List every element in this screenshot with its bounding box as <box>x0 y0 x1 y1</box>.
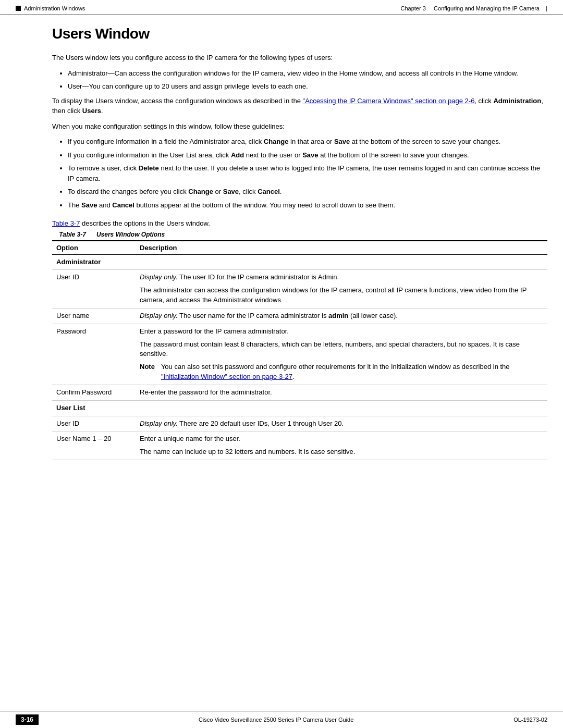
intro-paragraph: The Users window lets you configure acce… <box>52 53 547 63</box>
header-left: Administration Windows <box>16 5 85 11</box>
g4-text: To discard the changes before you click … <box>68 188 282 195</box>
access-period: . <box>101 107 103 115</box>
section-header-admin: Administrator <box>52 254 547 270</box>
content-wrapper: Users Window The Users window lets you c… <box>0 15 563 471</box>
g3-text: To remove a user, click Delete next to t… <box>68 164 540 182</box>
table-label: Table 3-7 Users Window Options <box>52 231 547 238</box>
page-header: Administration Windows Chapter 3 Configu… <box>0 0 563 15</box>
access-bold-2: Users <box>82 107 101 115</box>
bullet-list: Administrator—Can access the configurati… <box>68 68 547 92</box>
desc-para: The administrator can access the configu… <box>140 286 543 305</box>
section-title-userlist: User List <box>52 400 547 416</box>
table-ref-link[interactable]: Table 3-7 <box>52 219 80 227</box>
header-square-icon <box>16 6 21 11</box>
table-header-row: Option Description <box>52 241 547 255</box>
access-comma: , click <box>474 97 493 105</box>
desc-para: Enter a password for the IP camera admin… <box>140 327 543 337</box>
header-left-label: Administration Windows <box>24 5 85 11</box>
desc-cell: Enter a unique name for the user. The na… <box>136 431 547 460</box>
g1-text: If you configure information in a field … <box>68 138 500 145</box>
access-bold-1: Administration <box>493 97 541 105</box>
desc-para: The name can include up to 32 letters an… <box>140 447 543 457</box>
note-box: Note You can also set this password and … <box>140 362 543 382</box>
section-header-userlist: User List <box>52 400 547 416</box>
header-chapter-title: Configuring and Managing the IP Camera <box>434 5 540 11</box>
access-link[interactable]: "Accessing the IP Camera Windows" sectio… <box>303 97 475 105</box>
g5-text: The Save and Cancel buttons appear at th… <box>68 201 395 209</box>
desc-para: Display only. There are 20 default user … <box>140 419 543 429</box>
guidelines-intro: When you make configuration settings in … <box>52 121 547 132</box>
main-content: Users Window The Users window lets you c… <box>47 15 547 471</box>
desc-para: Re-enter the password for the administra… <box>140 388 543 398</box>
note-label: Note <box>140 362 155 382</box>
footer-page-number: 3-16 <box>16 714 39 725</box>
option-cell: Password <box>52 324 136 385</box>
desc-cell: Enter a password for the IP camera admin… <box>136 324 547 385</box>
desc-para: Display only. The user ID for the IP cam… <box>140 273 543 282</box>
option-cell: Confirm Password <box>52 385 136 400</box>
note-text: You can also set this password and confi… <box>161 362 543 382</box>
access-text-before: To display the Users window, access the … <box>52 97 303 105</box>
footer-right-text: OL-19273-02 <box>513 717 547 723</box>
footer-center-text: Cisco Video Surveillance 2500 Series IP … <box>199 717 353 723</box>
table-label-title: Users Window Options <box>96 231 165 238</box>
table-row: User ID Display only. There are 20 defau… <box>52 416 547 431</box>
option-cell: User Name 1 – 20 <box>52 431 136 460</box>
list-item: The Save and Cancel buttons appear at th… <box>68 200 547 211</box>
table-row: Confirm Password Re-enter the password f… <box>52 385 547 400</box>
desc-para: Enter a unique name for the user. <box>140 434 543 444</box>
option-cell: User ID <box>52 270 136 309</box>
option-cell: User name <box>52 308 136 324</box>
table-ref-suffix: describes the options in the Users windo… <box>80 219 210 227</box>
guidelines-list: If you configure information in a field … <box>68 137 547 210</box>
table-row: User ID Display only. The user ID for th… <box>52 270 547 309</box>
table-label-prefix: Table 3-7 <box>59 231 86 238</box>
header-right: Chapter 3 Configuring and Managing the I… <box>401 5 548 11</box>
table-row: Password Enter a password for the IP cam… <box>52 324 547 385</box>
table-row: User name Display only. The user name fo… <box>52 308 547 324</box>
desc-para: The password must contain least 8 charac… <box>140 340 543 360</box>
desc-para: Display only. The user name for the IP c… <box>140 311 543 321</box>
list-item: User—You can configure up to 20 users an… <box>68 81 547 92</box>
table-row: User Name 1 – 20 Enter a unique name for… <box>52 431 547 460</box>
page-footer: 3-16 Cisco Video Surveillance 2500 Serie… <box>0 711 563 728</box>
desc-cell: Display only. The user ID for the IP cam… <box>136 270 547 309</box>
desc-cell: Display only. There are 20 default user … <box>136 416 547 431</box>
note-link[interactable]: "Initialization Window" section on page … <box>161 373 292 380</box>
options-table: Option Description Administrator User ID… <box>52 240 547 461</box>
access-paragraph: To display the Users window, access the … <box>52 96 547 116</box>
desc-cell: Display only. The user name for the IP c… <box>136 308 547 324</box>
list-item: If you configure information in a field … <box>68 137 547 147</box>
col-header-description: Description <box>136 241 547 255</box>
table-caption: Table 3-7 describes the options in the U… <box>52 218 547 229</box>
g2-text: If you configure information in the User… <box>68 151 469 159</box>
list-item: To remove a user, click Delete next to t… <box>68 163 547 183</box>
left-margin <box>16 15 47 471</box>
list-item: If you configure information in the User… <box>68 150 547 161</box>
page-title: Users Window <box>52 26 547 42</box>
list-item: Administrator—Can access the configurati… <box>68 68 547 79</box>
section-title-admin: Administrator <box>52 254 547 270</box>
desc-cell: Re-enter the password for the administra… <box>136 385 547 400</box>
col-header-option: Option <box>52 241 136 255</box>
list-item: To discard the changes before you click … <box>68 187 547 197</box>
header-bar: | <box>546 5 547 11</box>
option-cell: User ID <box>52 416 136 431</box>
header-chapter: Chapter 3 <box>401 5 426 11</box>
